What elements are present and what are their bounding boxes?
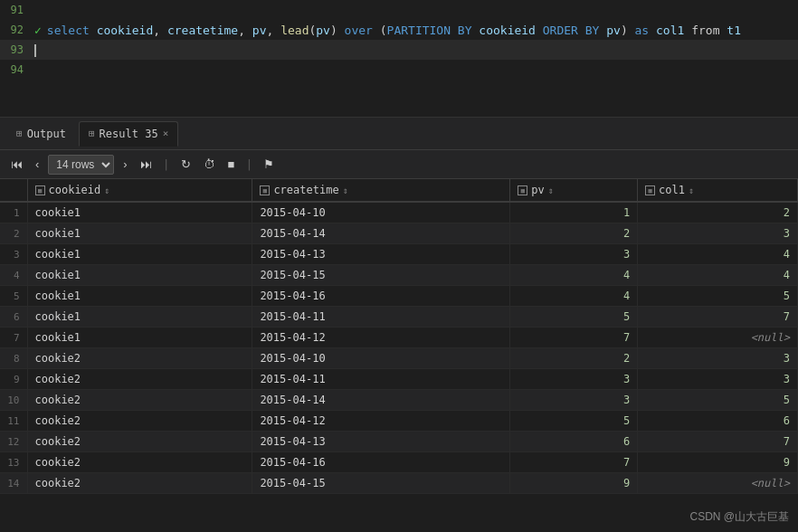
sort-icon-col1: ⇕	[689, 185, 694, 195]
pv-cell: 5	[510, 411, 638, 432]
line-content-92: select cookieid, createtime, pv, lead(pv…	[47, 24, 741, 37]
sort-icon-pv: ⇕	[548, 185, 554, 195]
createtime-cell: 2015-04-11	[252, 307, 510, 328]
table-row: 11cookie22015-04-1256	[0, 411, 798, 432]
prev-page-button[interactable]: ‹	[32, 156, 43, 173]
stop-button[interactable]: ■	[224, 156, 239, 173]
tab-output[interactable]: ⊞ Output	[7, 121, 75, 147]
sort-icon-createtime: ⇕	[343, 185, 348, 195]
tab-result[interactable]: ⊞ Result 35 ×	[79, 121, 178, 147]
col1-cell: 7	[638, 307, 798, 328]
sort-icon-cookieid: ⇕	[104, 185, 109, 195]
col-label-cookieid: cookieid	[49, 184, 101, 196]
pv-cell: 1	[510, 202, 638, 223]
row-number-cell: 13	[0, 452, 27, 473]
table-row: 2cookie12015-04-1423	[0, 223, 798, 244]
refresh-button[interactable]: ↻	[177, 156, 195, 173]
table-icon-col1: ▦	[645, 185, 655, 195]
col1-cell: 3	[638, 223, 798, 244]
cookieid-cell: cookie2	[27, 473, 252, 494]
row-number-cell: 8	[0, 348, 27, 369]
col1-cell: 3	[638, 369, 798, 390]
results-table: ▦ cookieid ⇕ ▦ createtime ⇕ ▦ pv	[0, 179, 798, 494]
pv-cell: 6	[510, 432, 638, 452]
cookieid-cell: cookie2	[27, 452, 252, 473]
col1-cell: <null>	[638, 473, 798, 494]
cookieid-cell: cookie1	[27, 265, 252, 286]
createtime-cell: 2015-04-13	[252, 432, 510, 452]
code-line-93: 93	[0, 40, 798, 60]
col-header-createtime[interactable]: ▦ createtime ⇕	[252, 179, 510, 202]
col1-cell: <null>	[638, 328, 798, 348]
tab-close-icon[interactable]: ×	[163, 128, 169, 139]
col-label-pv: pv	[531, 184, 544, 196]
pv-cell: 7	[510, 328, 638, 348]
pv-cell: 3	[510, 244, 638, 265]
col-header-cookieid[interactable]: ▦ cookieid ⇕	[27, 179, 252, 202]
cookieid-cell: cookie1	[27, 244, 252, 265]
output-icon: ⊞	[16, 128, 23, 139]
table-row: 1cookie12015-04-1012	[0, 202, 798, 223]
row-number-cell: 7	[0, 328, 27, 348]
results-toolbar: ⏮ ‹ 14 rows › ⏭ | ↻ ⏱ ■ | ⚑	[0, 150, 798, 179]
line-number-91: 91	[7, 4, 34, 16]
col1-cell: 4	[638, 265, 798, 286]
watermark: CSDN @山大古巨基	[689, 509, 789, 525]
createtime-cell: 2015-04-10	[252, 202, 510, 223]
table-row: 6cookie12015-04-1157	[0, 307, 798, 328]
cookieid-cell: cookie2	[27, 348, 252, 369]
createtime-cell: 2015-04-12	[252, 328, 510, 348]
pv-cell: 4	[510, 265, 638, 286]
next-page-button[interactable]: ›	[119, 156, 130, 173]
pv-cell: 7	[510, 452, 638, 473]
watermark-text: CSDN @山大古巨基	[689, 510, 789, 523]
col-header-pv[interactable]: ▦ pv ⇕	[510, 179, 638, 202]
cookieid-cell: cookie1	[27, 328, 252, 348]
line-number-92: 92	[7, 24, 34, 36]
cookieid-cell: cookie2	[27, 411, 252, 432]
first-page-button[interactable]: ⏮	[7, 156, 26, 173]
toolbar-sep1: |	[163, 157, 170, 171]
table-icon-cookieid: ▦	[35, 185, 45, 195]
cookieid-cell: cookie2	[27, 369, 252, 390]
col1-cell: 2	[638, 202, 798, 223]
table-row: 9cookie22015-04-1133	[0, 369, 798, 390]
cookieid-cell: cookie1	[27, 307, 252, 328]
table-header-row: ▦ cookieid ⇕ ▦ createtime ⇕ ▦ pv	[0, 179, 798, 202]
last-page-button[interactable]: ⏭	[137, 156, 156, 173]
pin-button[interactable]: ⚑	[260, 156, 278, 173]
table-row: 5cookie12015-04-1645	[0, 286, 798, 307]
cookieid-cell: cookie2	[27, 432, 252, 452]
pv-cell: 5	[510, 307, 638, 328]
table-row: 3cookie12015-04-1334	[0, 244, 798, 265]
createtime-cell: 2015-04-15	[252, 265, 510, 286]
cookieid-cell: cookie1	[27, 223, 252, 244]
col1-cell: 6	[638, 411, 798, 432]
code-line-94: 94	[0, 60, 798, 80]
cookieid-cell: cookie1	[27, 202, 252, 223]
pv-cell: 3	[510, 369, 638, 390]
cookieid-cell: cookie1	[27, 286, 252, 307]
rows-selector[interactable]: 14 rows	[48, 155, 114, 175]
pv-cell: 9	[510, 473, 638, 494]
col1-cell: 5	[638, 390, 798, 411]
pv-cell: 2	[510, 348, 638, 369]
row-number-cell: 9	[0, 369, 27, 390]
createtime-cell: 2015-04-13	[252, 244, 510, 265]
pause-button[interactable]: ⏱	[200, 156, 219, 173]
toolbar-sep2: |	[245, 157, 252, 171]
table-row: 13cookie22015-04-1679	[0, 452, 798, 473]
row-number-header	[0, 179, 27, 202]
table-row: 14cookie22015-04-159<null>	[0, 473, 798, 494]
createtime-cell: 2015-04-14	[252, 223, 510, 244]
tabs-bar: ⊞ Output ⊞ Result 35 ×	[0, 118, 798, 150]
table-icon-createtime: ▦	[260, 185, 270, 195]
col-header-col1[interactable]: ▦ col1 ⇕	[638, 179, 798, 202]
createtime-cell: 2015-04-12	[252, 411, 510, 432]
code-editor[interactable]: 91 92 ✓ select cookieid, createtime, pv,…	[0, 0, 798, 118]
table-row: 12cookie22015-04-1367	[0, 432, 798, 452]
line-content-93	[34, 43, 36, 57]
pv-cell: 3	[510, 390, 638, 411]
table-row: 4cookie12015-04-1544	[0, 265, 798, 286]
results-table-container[interactable]: ▦ cookieid ⇕ ▦ createtime ⇕ ▦ pv	[0, 179, 798, 532]
